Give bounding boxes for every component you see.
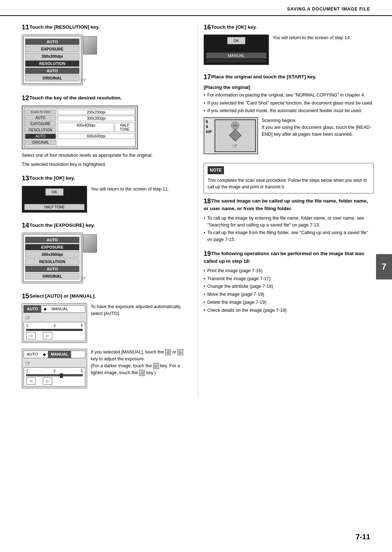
step-15-slider-nums2: 1 · 3 · 5	[26, 369, 83, 373]
step-17-scan-text2: If you are using the document glass, tou…	[262, 125, 371, 137]
step-13-half-tone: HALF TONE	[24, 204, 85, 210]
step-17-scan-desc: Scanning begins. If you are using the do…	[262, 117, 374, 138]
step-11-ui: AUTO EXPOSURE 300x300dpi RESOLUTION AUTO…	[22, 34, 83, 85]
step-19-bullet6: Check details on the image (page 7-19)	[204, 307, 374, 314]
step-11-row-original: ORIGINAL	[25, 75, 79, 81]
step-18-num: 18	[204, 197, 211, 205]
step-15-auto-inactive: AUTO	[24, 351, 41, 358]
step-12-scan-to-hdd: SCAN TO HDD	[25, 110, 56, 114]
note-title: NOTE	[208, 166, 224, 174]
step-17-placing-title: [Placing the original]	[204, 85, 374, 90]
step-18-title: 18The saved image can be called up using…	[204, 197, 374, 212]
step-17-nums: 6 9 #/P	[206, 119, 213, 152]
step-12-original: ORIGINAL	[25, 140, 56, 145]
step-17-block: 17Place the original and touch the [STAR…	[204, 73, 374, 156]
step-15-slider-handle	[60, 373, 63, 378]
step-15-slider-area: 1 · 3 · 5 ◁ ▷	[24, 322, 85, 341]
step-15-title: 15Select [AUTO] or [MANUAL].	[22, 292, 189, 300]
step-17-side: 6 9 #/P CA ☞	[206, 119, 256, 152]
step-15-btn-left: ◁	[26, 332, 36, 339]
step-17-ca: CA	[231, 122, 239, 130]
note-text: This completes the scan save procedure. …	[208, 177, 370, 190]
step-13-ui: OK ☞ HALF TONE	[22, 186, 87, 213]
step-14-num: 14	[22, 222, 29, 229]
step-17-title: 17Place the original and touch the [STAR…	[204, 73, 374, 81]
step-16-manual-label: MANUAL	[206, 53, 266, 58]
step-15-toggle-row: AUTO ◆ MANUAL	[24, 305, 85, 313]
step-12-desc2: The selected resolution key is highlight…	[22, 161, 189, 168]
step-15-right-key: ▷	[177, 349, 183, 355]
step-12-400: 400x400dpi	[58, 123, 114, 132]
step-14-exposure: EXPOSURE	[25, 244, 79, 250]
step-12-exposure: EXPOSURE	[25, 121, 56, 127]
step-14-ui: AUTO EXPOSURE 300x300dpi RESOLUTION AUTO…	[22, 233, 83, 283]
step-12-400-row: 400x400dpi HALF TONE	[58, 122, 135, 133]
step-14-resolution: RESOLUTION	[25, 258, 79, 265]
step-14-image-thumb	[83, 234, 97, 253]
step-19-bullet1: Print the image (page 7-16)	[204, 267, 374, 274]
step-14-auto2: AUTO	[25, 266, 79, 272]
step-15-arrow-btn: ◆	[41, 306, 49, 312]
tab-num: 7	[381, 262, 386, 272]
step-15-slider-track	[26, 329, 83, 331]
step-16-row: OK ☞ MANUAL You will return to the scree…	[204, 34, 374, 66]
step-15-slider-btns2: ◁ ▷	[26, 377, 83, 385]
step-14-hand-icon: ☞	[81, 274, 87, 282]
step-15-slider-btns: ◁ ▷	[26, 332, 83, 339]
step-17-bullet2: If you selected the "Card Shot" special …	[204, 100, 374, 107]
step-15-hand: ☞	[25, 314, 85, 322]
step-12-auto2: AUTO	[25, 134, 56, 139]
step-15-manual-row: AUTO ◆ MANUAL ☞ 1 · 3 ·	[22, 349, 189, 391]
step-12-300: 300x300dpi	[58, 116, 135, 121]
step-11-hand-icon: ☞	[81, 76, 87, 84]
step-17-bullet1: For information on placing the original,…	[204, 92, 374, 99]
step-15-light-key: ◁	[139, 370, 145, 376]
step-15-text2: key to adjust the exposure.	[91, 356, 145, 361]
right-column: 16Touch the [OK] key. OK ☞ MANUAL You wi…	[198, 23, 374, 398]
step-11-ui-inner: AUTO EXPOSURE 300x300dpi RESOLUTION AUTO…	[23, 36, 81, 84]
step-18-bullet2: To call up the image from the filing fol…	[204, 229, 374, 243]
step-13-block: 13Touch the [OK] key. OK ☞ HALF TONE You…	[22, 174, 189, 214]
step-15-manual-active: MANUAL	[48, 351, 71, 358]
step-17-num9: 9	[206, 124, 213, 129]
step-15-manual-btn: MANUAL	[49, 306, 71, 312]
step-13-row: OK ☞ HALF TONE You will return to the sc…	[22, 186, 189, 215]
step-14-ui-inner: AUTO EXPOSURE 300x300dpi RESOLUTION AUTO…	[23, 234, 81, 282]
step-16-bar	[206, 60, 266, 62]
step-15-hand-wrap: ☞	[24, 314, 85, 322]
step-15-auto-ui: AUTO ◆ MANUAL ☞ 1 · 3 ·	[22, 303, 87, 346]
step-15-auto-desc: To have the exposure adjusted automatica…	[91, 303, 189, 317]
step-17-hash: #/P	[206, 130, 213, 134]
step-16-hand: ☞	[206, 46, 266, 51]
step-12-right-panel: 200x200dpi 300x300dpi 400x400dpi HALF TO…	[57, 108, 135, 147]
page-header: SAVING A DOCUMENT IMAGE FILE	[0, 0, 392, 16]
step-18-block: 18The saved image can be called up using…	[204, 197, 374, 243]
step-15-manual-text1: If you selected [MANUAL], touch the	[91, 349, 165, 355]
page-content: 11Touch the [RESOLUTION] key. AUTO EXPOS…	[0, 16, 392, 405]
step-19-bullet5: Delete the image (page 7-19)	[204, 299, 374, 306]
step-15-btn-right: ▷	[43, 332, 52, 339]
step-17-ui: 6 9 #/P CA ☞	[204, 117, 258, 154]
step-19-bullet3: Change the attribute (page 7-18)	[204, 283, 374, 290]
step-15-manual-ui: AUTO ◆ MANUAL ☞ 1 · 3 ·	[22, 349, 87, 391]
step-19-num: 19	[204, 250, 211, 257]
step-12-num: 12	[22, 94, 29, 102]
step-15-slider-track2	[26, 374, 83, 376]
step-13-title: 13Touch the [OK] key.	[22, 174, 189, 183]
step-12-600: 600x600dpi	[58, 134, 135, 139]
page-footer-num: 7-11	[356, 533, 370, 541]
step-15-btn-left2: ◁	[26, 377, 36, 385]
step-15-slider2: 1 · 3 · 5 ◁ ▷	[24, 367, 85, 387]
step-12-block: 12Touch the key of the desired resolutio…	[22, 94, 189, 168]
step-12-resolution: RESOLUTION	[25, 127, 56, 133]
step-15-slider-nums: 1 · 3 · 5	[26, 324, 83, 328]
step-11-block: 11Touch the [RESOLUTION] key. AUTO EXPOS…	[22, 23, 189, 87]
step-19-bullet2: Transmit the image (page 7-17)	[204, 275, 374, 282]
step-12-ui-inner: SCAN TO HDD AUTO EXPOSURE RESOLUTION AUT…	[24, 108, 136, 147]
step-13-hand: ☞	[24, 197, 85, 203]
step-17-scan-text1: Scanning begins.	[262, 118, 297, 123]
step-15-auto-row: AUTO ◆ MANUAL ☞ 1 · 3 ·	[22, 303, 189, 346]
step-11-row-auto: AUTO	[25, 38, 79, 45]
step-14-original: ORIGINAL	[25, 273, 79, 279]
step-15-block: 15Select [AUTO] or [MANUAL]. AUTO ◆ MANU…	[22, 292, 189, 391]
